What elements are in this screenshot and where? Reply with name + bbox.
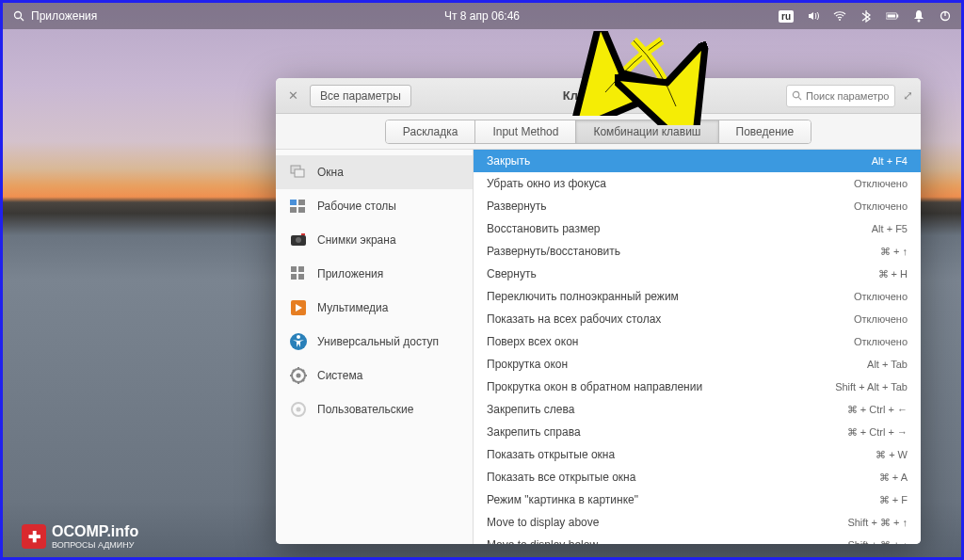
topbar-left[interactable]: Приложения: [12, 9, 97, 23]
sidebar-item-label: Приложения: [317, 267, 383, 280]
datetime[interactable]: Чт 8 апр 06:46: [444, 9, 520, 23]
shortcut-key: Отключено: [854, 178, 908, 189]
power-icon[interactable]: [939, 9, 952, 23]
titlebar: ✕ Все параметры Клавиатура ⤢: [276, 78, 921, 114]
shortcut-key: Отключено: [854, 200, 908, 212]
svg-rect-15: [290, 207, 297, 213]
shortcut-label: Move to display below: [487, 538, 598, 544]
svg-point-28: [297, 374, 301, 378]
sidebar-item-windows[interactable]: Окна: [276, 155, 473, 189]
sidebar-item-accessibility[interactable]: Универсальный доступ: [276, 325, 473, 359]
shortcut-key: ⌘ + Ctrl + →: [847, 426, 908, 439]
tab-0[interactable]: Раскладка: [386, 120, 476, 143]
shortcut-row[interactable]: Восстановить размерAlt + F5: [474, 217, 921, 240]
shortcut-key: ⌘ + F: [879, 494, 908, 506]
svg-point-26: [297, 335, 300, 339]
topbar-right: ru: [779, 9, 952, 23]
shortcut-label: Режим "картинка в картинке": [487, 493, 638, 506]
search-field[interactable]: [786, 85, 895, 107]
shortcut-label: Убрать окно из фокуса: [487, 177, 606, 190]
svg-rect-22: [291, 274, 297, 280]
shortcut-key: ⌘ + A: [879, 472, 908, 484]
shortcut-key: Отключено: [854, 336, 908, 347]
sidebar-item-workspaces[interactable]: Рабочие столы: [276, 189, 473, 223]
shortcut-row[interactable]: Закрепить слева⌘ + Ctrl + ←: [474, 398, 921, 421]
shortcut-label: Переключить полноэкранный режим: [487, 290, 679, 303]
sidebar-item-custom[interactable]: Пользовательские: [276, 392, 473, 426]
svg-point-6: [918, 20, 921, 23]
shortcut-label: Восстановить размер: [487, 222, 601, 235]
shortcut-row[interactable]: ЗакрытьAlt + F4: [474, 150, 921, 172]
workspaces-icon: [289, 197, 308, 216]
media-icon: [289, 298, 308, 317]
shortcut-row[interactable]: Показать на всех рабочих столахОтключено: [474, 308, 921, 330]
svg-rect-5: [897, 14, 899, 17]
shortcut-row[interactable]: Режим "картинка в картинке"⌘ + F: [474, 488, 921, 511]
shortcut-key: ⌘ + W: [876, 449, 908, 461]
svg-point-0: [15, 12, 22, 19]
sidebar-item-media[interactable]: Мультимедиа: [276, 291, 473, 325]
shortcut-key: Отключено: [854, 313, 908, 325]
shortcut-label: Свернуть: [487, 267, 537, 280]
svg-rect-13: [290, 200, 297, 205]
svg-point-30: [297, 408, 301, 412]
maximize-button[interactable]: ⤢: [903, 88, 913, 103]
wifi-icon[interactable]: [833, 9, 846, 23]
svg-rect-12: [295, 169, 304, 177]
shortcut-row[interactable]: Прокрутка окон в обратном направленииShi…: [474, 376, 921, 398]
notifications-icon[interactable]: [912, 9, 925, 23]
svg-rect-14: [298, 200, 305, 205]
shortcut-label: Прокрутка окон: [487, 358, 568, 371]
shortcut-label: Move to display above: [487, 516, 599, 529]
shortcut-row[interactable]: Move to display belowShift + ⌘ + ↓: [474, 534, 921, 544]
shortcut-key: ⌘ + Ctrl + ←: [847, 404, 908, 416]
screenshots-icon: [289, 231, 308, 249]
applications-label[interactable]: Приложения: [31, 9, 97, 23]
shortcut-label: Показать все открытые окна: [487, 471, 635, 484]
search-input[interactable]: [806, 90, 890, 102]
tab-3[interactable]: Поведение: [719, 120, 811, 143]
tab-1[interactable]: Input Method: [475, 120, 576, 143]
shortcut-row[interactable]: Свернуть⌘ + H: [474, 263, 921, 285]
svg-rect-23: [298, 274, 304, 280]
shortcut-key: Shift + ⌘ + ↑: [847, 517, 908, 529]
battery-icon[interactable]: [886, 9, 899, 23]
shortcut-row[interactable]: Поверх всех оконОтключено: [474, 330, 921, 353]
shortcut-label: Закрепить справа: [487, 425, 581, 439]
watermark: ✚ OCOMP.info ВОПРОСЫ АДМИНУ: [22, 523, 138, 550]
sidebar-item-apps[interactable]: Приложения: [276, 257, 473, 291]
sidebar-item-label: Снимки экрана: [317, 233, 396, 247]
svg-rect-4: [888, 14, 896, 17]
category-sidebar: ОкнаРабочие столыСнимки экранаПриложения…: [276, 150, 474, 544]
svg-point-18: [296, 237, 301, 243]
svg-rect-19: [301, 233, 305, 235]
shortcut-row[interactable]: Убрать окно из фокусаОтключено: [474, 172, 921, 195]
shortcuts-list: ЗакрытьAlt + F4Убрать окно из фокусаОткл…: [474, 150, 921, 544]
shortcut-row[interactable]: Прокрутка оконAlt + Tab: [474, 353, 921, 376]
shortcut-row[interactable]: Развернуть/восстановить⌘ + ↑: [474, 240, 921, 263]
shortcut-row[interactable]: Показать открытые окна⌘ + W: [474, 443, 921, 466]
shortcut-key: Shift + ⌘ + ↓: [847, 539, 908, 545]
shortcut-key: Alt + F4: [872, 155, 908, 167]
sidebar-item-system[interactable]: Система: [276, 359, 473, 392]
all-settings-button[interactable]: Все параметры: [310, 85, 411, 107]
keyboard-layout-indicator[interactable]: ru: [779, 10, 794, 23]
shortcut-label: Показать на всех рабочих столах: [487, 312, 661, 326]
apps-icon: [289, 264, 308, 283]
shortcut-label: Развернуть/восстановить: [487, 245, 620, 258]
window-title: Клавиатура: [563, 88, 635, 103]
shortcut-row[interactable]: Move to display aboveShift + ⌘ + ↑: [474, 511, 921, 534]
sidebar-item-label: Система: [317, 369, 362, 382]
shortcut-row[interactable]: Переключить полноэкранный режимОтключено: [474, 285, 921, 308]
tab-2[interactable]: Комбинации клавиш: [576, 120, 718, 143]
close-button[interactable]: ✕: [283, 87, 302, 105]
shortcut-row[interactable]: Показать все открытые окна⌘ + A: [474, 466, 921, 488]
tab-bar: РаскладкаInput MethodКомбинации клавишПо…: [276, 114, 921, 150]
shortcut-row[interactable]: Закрепить справа⌘ + Ctrl + →: [474, 421, 921, 443]
search-icon: [12, 9, 25, 23]
shortcut-row[interactable]: РазвернутьОтключено: [474, 195, 921, 217]
svg-line-1: [21, 18, 24, 21]
sidebar-item-screenshots[interactable]: Снимки экрана: [276, 223, 473, 257]
volume-icon[interactable]: [807, 9, 820, 23]
bluetooth-icon[interactable]: [860, 9, 873, 23]
